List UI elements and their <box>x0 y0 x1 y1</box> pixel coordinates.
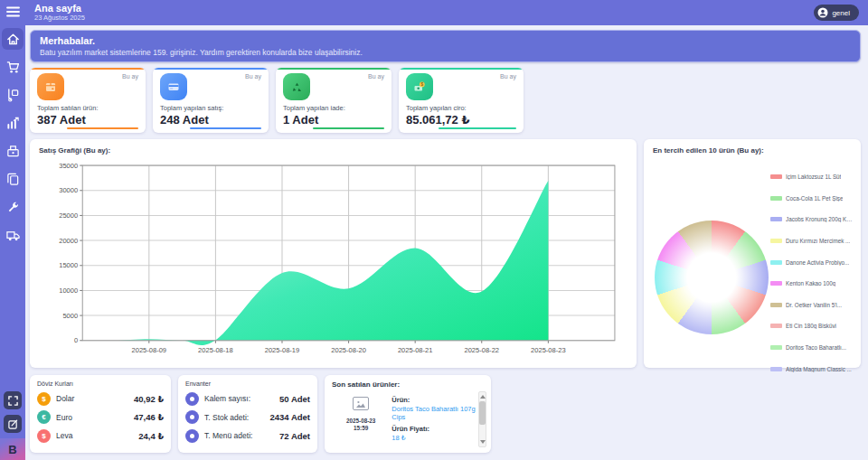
svg-text:2025-08-09: 2025-08-09 <box>132 346 167 354</box>
legend-swatch <box>770 260 782 265</box>
legend-item[interactable]: İçim Laktozsuz 1L Süt <box>770 166 854 188</box>
legend-label: Eti Cin 180g Bisküvi <box>786 323 836 329</box>
svg-text:20000: 20000 <box>59 237 78 245</box>
currency-row-leva: $ Leva 24,4 ₺ <box>37 429 164 443</box>
legend-item[interactable]: Danone Activia Probiyo... <box>770 251 854 273</box>
truck-icon <box>6 229 20 242</box>
svg-text:2025-08-22: 2025-08-22 <box>464 346 499 354</box>
currency-row-euro: € Euro 47,46 ₺ <box>37 410 164 424</box>
currency-row-dolar: $ Dolar 40,92 ₺ <box>37 392 164 406</box>
sales-chart-title: Satış Grafiği (Bu ay): <box>39 146 627 155</box>
svg-text:2025-08-21: 2025-08-21 <box>398 346 433 354</box>
sidebar-item-settings[interactable] <box>2 196 24 218</box>
fullscreen-button[interactable] <box>4 391 22 409</box>
stat-card-sales: Bu ay Toplam yapılan satış: 248 Adet <box>153 68 269 133</box>
home-icon <box>6 33 20 46</box>
stat-label: Toplam satılan ürün: <box>37 104 138 112</box>
svg-text:25000: 25000 <box>59 211 78 220</box>
leva-icon: $ <box>37 429 51 443</box>
cart-icon <box>6 61 20 74</box>
doughnut-legend: İçim Laktozsuz 1L Süt Coca-Cola 1L Pet Ş… <box>770 166 854 380</box>
main-content: Ana sayfa 23 Ağustos 2025 genel Merhabal… <box>25 0 868 460</box>
avatar-icon <box>817 7 828 18</box>
sidebar-item-register[interactable] <box>2 140 24 162</box>
inventory-card: Envanter Kalem sayısı: 50 Adet T. Stok a… <box>178 375 317 453</box>
stat-label: Toplam yapılan iade: <box>283 104 384 112</box>
sold-time: 15:59 <box>339 425 382 432</box>
sidebar-item-home[interactable] <box>2 28 24 50</box>
legend-swatch <box>770 217 782 221</box>
scrollbar-thumb[interactable] <box>479 401 486 425</box>
legend-item[interactable]: Kenton Kakao 100g <box>770 273 854 295</box>
inventory-row: Kalem sayısı: 50 Adet <box>185 392 310 406</box>
currency-name: Dolar <box>56 394 74 403</box>
top-products-title: En tercih edilen 10 ürün (Bu ay): <box>653 146 852 155</box>
credit-card-icon <box>160 73 187 100</box>
svg-text:2025-08-19: 2025-08-19 <box>265 346 300 354</box>
sidebar-item-suppliers[interactable] <box>2 224 24 246</box>
inventory-row: T. Menü adeti: 72 Adet <box>185 429 310 443</box>
edit-icon <box>8 419 18 429</box>
image-placeholder-icon <box>353 397 369 410</box>
dollar-icon: $ <box>37 392 51 406</box>
cash-register-icon <box>6 145 20 158</box>
last-sold-card: Son satılan ürünler: 2025-08-23 15:59 Ür… <box>325 375 491 453</box>
period-badge: Bu ay <box>122 73 138 80</box>
svg-text:2025-08-23: 2025-08-23 <box>531 346 566 354</box>
inventory-value: 50 Adet <box>279 394 310 404</box>
scroll-down-icon[interactable] <box>480 440 486 444</box>
product-label: Ürün: <box>392 396 484 404</box>
sidebar-item-returns[interactable] <box>2 84 24 106</box>
legend-item[interactable]: Eti Cin 180g Bisküvi <box>770 315 854 337</box>
fullscreen-icon <box>8 396 18 406</box>
sidebar-item-documents[interactable] <box>2 168 24 190</box>
legend-label: Algida Magnum Classic ... <box>786 366 852 372</box>
stat-card-returns: Bu ay Toplam yapılan iade: 1 Adet <box>276 68 392 133</box>
app-logo[interactable]: B <box>0 438 25 460</box>
inventory-row: T. Stok adeti: 2434 Adet <box>185 410 310 424</box>
stat-label: Toplam yapılan satış: <box>160 104 261 112</box>
stat-value: 387 Adet <box>37 113 138 127</box>
bullet-icon <box>185 429 199 443</box>
product-link[interactable]: Doritos Taco Baharatlı 107g Cips <box>392 405 484 421</box>
stat-cards-row: Bu ay Toplam satılan ürün: 387 Adet Bu a… <box>30 68 861 133</box>
legend-item[interactable]: Doritos Taco Baharatlı... <box>770 337 854 359</box>
scroll-up-icon[interactable] <box>480 395 486 399</box>
legend-label: Coca-Cola 1L Pet Şişe <box>786 195 843 202</box>
svg-text:2025-08-20: 2025-08-20 <box>331 346 366 354</box>
stat-label: Toplam yapılan ciro: <box>406 104 516 112</box>
recycle-icon <box>283 73 310 100</box>
legend-item[interactable]: Algida Magnum Classic ... <box>770 358 854 380</box>
legend-swatch <box>770 324 782 328</box>
user-menu-button[interactable]: genel <box>814 5 859 21</box>
legend-item[interactable]: Jacobs Kronung 200g Ka... <box>770 209 854 230</box>
top-products-doughnut-chart[interactable] <box>655 221 769 334</box>
top-header: Ana sayfa 23 Ağustos 2025 genel <box>25 0 868 25</box>
euro-icon: € <box>37 410 51 424</box>
currency-value: 24,4 ₺ <box>138 431 164 441</box>
currency-value: 47,46 ₺ <box>134 412 164 422</box>
sales-area-chart[interactable]: 050001000015000200002500030000350002025-… <box>39 156 627 364</box>
sidebar-item-statistics[interactable] <box>2 112 24 134</box>
stat-value: 1 Adet <box>283 113 384 127</box>
edit-button[interactable] <box>4 415 22 433</box>
period-badge: Bu ay <box>368 73 384 80</box>
legend-swatch <box>770 174 782 179</box>
legend-swatch <box>770 196 782 201</box>
sidebar-item-sales[interactable] <box>2 56 24 78</box>
app-window: B Ana sayfa 23 Ağustos 2025 genel Merhab… <box>0 0 868 460</box>
stat-card-sold-products: Bu ay Toplam satılan ürün: 387 Adet <box>30 68 146 133</box>
sales-chart-card: Satış Grafiği (Bu ay): 05000100001500020… <box>30 139 637 368</box>
period-badge: Bu ay <box>245 73 261 80</box>
svg-text:2025-08-18: 2025-08-18 <box>198 346 233 354</box>
scrollbar[interactable] <box>478 391 486 447</box>
sidebar-bottom: B <box>0 391 25 460</box>
legend-label: Duru Kırmızı Mercimek ... <box>786 238 850 244</box>
legend-swatch <box>770 303 782 307</box>
legend-label: İçim Laktozsuz 1L Süt <box>786 174 841 180</box>
welcome-subtitle: Batu yazılım market sistemlerine 159. gi… <box>40 48 851 57</box>
hamburger-menu-icon[interactable] <box>6 6 20 17</box>
legend-item[interactable]: Duru Kırmızı Mercimek ... <box>770 230 854 252</box>
legend-item[interactable]: Dr. Oetker Vanilin 5'l... <box>770 295 854 316</box>
legend-item[interactable]: Coca-Cola 1L Pet Şişe <box>770 188 854 210</box>
